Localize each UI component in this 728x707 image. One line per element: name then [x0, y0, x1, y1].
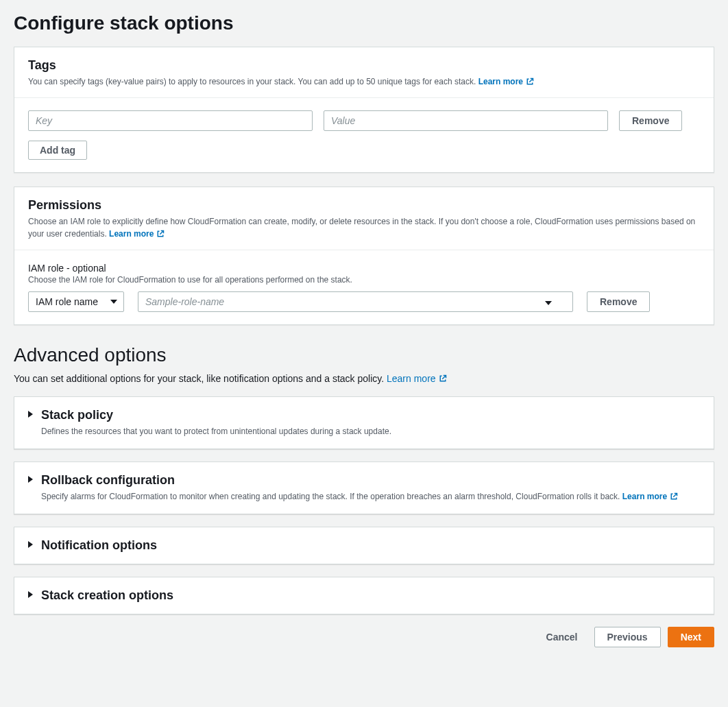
permissions-learn-more-text: Learn more: [109, 228, 154, 240]
iam-role-name-placeholder: Sample-role-name: [145, 296, 224, 307]
advanced-learn-more-link[interactable]: Learn more: [387, 373, 447, 384]
tag-key-input[interactable]: [28, 110, 313, 131]
notification-options-panel: Notification options: [14, 527, 714, 564]
rollback-config-panel: Rollback configuration Specify alarms fo…: [14, 462, 714, 514]
external-link-icon: [670, 492, 678, 501]
advanced-learn-more-text: Learn more: [387, 373, 436, 384]
advanced-desc-text: You can set additional options for your …: [14, 373, 384, 384]
tag-value-input[interactable]: [324, 110, 608, 131]
stack-creation-options-toggle[interactable]: Stack creation options: [14, 577, 714, 614]
external-link-icon: [439, 374, 447, 383]
tags-desc: You can specify tags (key-value pairs) t…: [28, 75, 700, 88]
page-title: Configure stack options: [14, 12, 714, 34]
rollback-config-desc: Specify alarms for CloudFormation to mon…: [41, 490, 700, 503]
disclosure-triangle-icon: [28, 541, 33, 548]
stack-policy-panel: Stack policy Defines the resources that …: [14, 396, 714, 449]
notification-options-toggle[interactable]: Notification options: [14, 527, 714, 564]
iam-role-label: IAM role - optional: [28, 263, 700, 274]
stack-policy-toggle[interactable]: Stack policy Defines the resources that …: [14, 397, 714, 448]
tags-learn-more-text: Learn more: [478, 75, 523, 88]
permissions-learn-more-link[interactable]: Learn more: [109, 228, 165, 240]
add-tag-button[interactable]: Add tag: [28, 141, 87, 160]
previous-button[interactable]: Previous: [594, 627, 661, 647]
cancel-button[interactable]: Cancel: [537, 627, 587, 647]
permissions-title: Permissions: [28, 198, 700, 213]
tags-learn-more-link[interactable]: Learn more: [478, 75, 534, 88]
caret-down-icon: [545, 296, 552, 307]
stack-creation-options-panel: Stack creation options: [14, 577, 714, 614]
next-button[interactable]: Next: [668, 627, 714, 647]
tags-title: Tags: [28, 58, 700, 73]
stack-policy-desc: Defines the resources that you want to p…: [41, 425, 700, 438]
tags-desc-text: You can specify tags (key-value pairs) t…: [28, 77, 476, 86]
stack-policy-title: Stack policy: [41, 408, 700, 422]
advanced-options-desc: You can set additional options for your …: [14, 373, 714, 384]
iam-role-type-value: IAM role name: [28, 291, 124, 312]
disclosure-triangle-icon: [28, 411, 33, 418]
disclosure-triangle-icon: [28, 476, 33, 483]
disclosure-triangle-icon: [28, 591, 33, 598]
stack-creation-options-title: Stack creation options: [41, 588, 700, 603]
rollback-learn-more-text: Learn more: [622, 490, 667, 503]
iam-role-type-select[interactable]: IAM role name: [28, 291, 124, 312]
tag-remove-button[interactable]: Remove: [619, 110, 682, 131]
permissions-panel: Permissions Choose an IAM role to explic…: [14, 187, 714, 325]
rollback-learn-more-link[interactable]: Learn more: [622, 490, 678, 503]
tags-panel: Tags You can specify tags (key-value pai…: [14, 47, 714, 173]
footer-actions: Cancel Previous Next: [14, 627, 714, 647]
rollback-config-desc-text: Specify alarms for CloudFormation to mon…: [41, 492, 620, 501]
rollback-config-toggle[interactable]: Rollback configuration Specify alarms fo…: [14, 462, 714, 514]
permissions-desc: Choose an IAM role to explicitly define …: [28, 215, 700, 240]
notification-options-title: Notification options: [41, 538, 700, 553]
iam-role-sublabel: Choose the IAM role for CloudFormation t…: [28, 275, 700, 285]
rollback-config-title: Rollback configuration: [41, 473, 700, 488]
external-link-icon: [156, 230, 165, 238]
external-link-icon: [526, 77, 534, 86]
advanced-options-title: Advanced options: [14, 344, 714, 366]
iam-role-name-combobox[interactable]: Sample-role-name: [138, 291, 573, 312]
iam-role-remove-button[interactable]: Remove: [587, 291, 650, 312]
